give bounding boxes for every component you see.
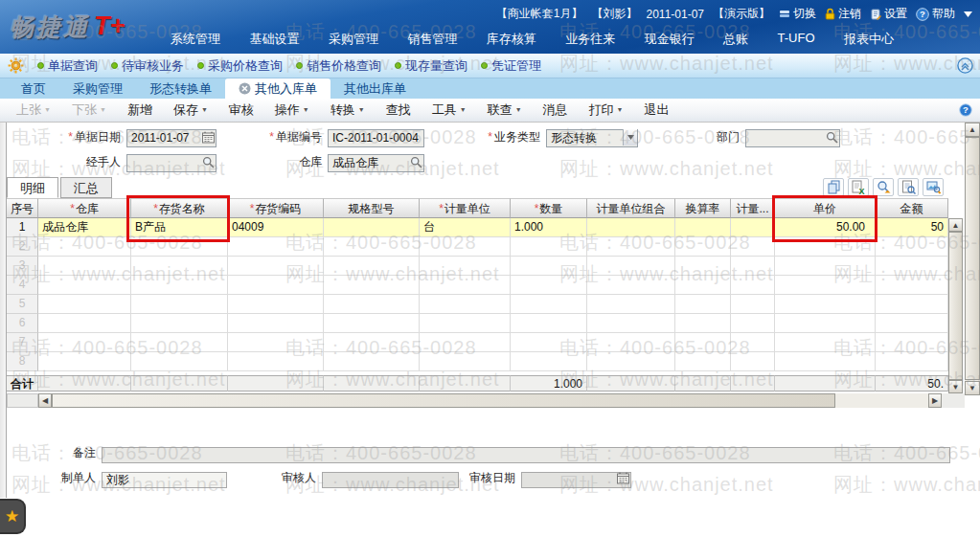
grid-cell[interactable] <box>228 333 324 352</box>
main-menu-item[interactable]: 系统管理 <box>171 31 220 48</box>
grid-cell[interactable] <box>731 257 775 276</box>
grid-cell[interactable] <box>228 314 324 333</box>
grid-cell[interactable] <box>511 333 587 352</box>
grid-cell[interactable] <box>675 237 731 257</box>
grid-cell[interactable] <box>228 257 324 276</box>
grid-toolbar-batch-lookup-icon[interactable] <box>873 178 894 196</box>
toolbar-button-审核[interactable]: 审核 <box>218 101 264 119</box>
grid-cell[interactable] <box>131 295 228 314</box>
grid-cell[interactable] <box>731 295 775 314</box>
grid-column-header-存货名称[interactable]: *存货名称 <box>131 198 228 218</box>
toolbar-button-联查[interactable]: 联查▼ <box>477 101 533 119</box>
grid-cell[interactable] <box>587 276 675 295</box>
grid-cell[interactable] <box>420 295 511 314</box>
grid-cell[interactable] <box>420 352 511 371</box>
grid-cell[interactable] <box>420 237 511 257</box>
scroll-thumb[interactable] <box>52 393 835 408</box>
grid-cell[interactable]: 50 <box>876 218 948 237</box>
grid-cell[interactable] <box>775 314 876 333</box>
header-action-设置[interactable]: 设置 <box>870 6 907 22</box>
scroll-left-button[interactable]: ◀ <box>38 393 52 408</box>
toolbar-button-工具[interactable]: 工具▼ <box>422 101 477 119</box>
toolbar-button-保存[interactable]: 保存▼ <box>163 101 218 119</box>
table-row[interactable]: 6 <box>7 314 965 333</box>
quick-link[interactable]: 现存量查询 <box>395 57 467 75</box>
grid-cell[interactable] <box>38 333 131 352</box>
doc-no-input[interactable] <box>328 129 424 147</box>
calendar-icon[interactable] <box>617 472 629 484</box>
row-number-cell[interactable]: 2 <box>7 237 38 257</box>
grid-vertical-scrollbar[interactable]: ▲ ▼ <box>948 218 963 393</box>
grid-cell[interactable] <box>876 295 948 314</box>
grid-cell[interactable] <box>38 352 131 371</box>
grid-cell[interactable]: 04009 <box>228 218 324 237</box>
grid-cell[interactable] <box>876 314 948 333</box>
grid-cell[interactable] <box>511 276 587 295</box>
table-row[interactable]: 2 <box>7 237 965 257</box>
grid-toolbar-document-preview-icon[interactable] <box>898 178 919 196</box>
grid-cell[interactable]: 成品仓库 <box>38 218 131 237</box>
table-row[interactable]: 4 <box>7 276 965 295</box>
main-menu-item[interactable]: 库存核算 <box>487 31 536 48</box>
grid-cell[interactable] <box>731 276 775 295</box>
grid-cell[interactable] <box>131 352 228 371</box>
search-icon[interactable] <box>826 131 838 144</box>
main-menu-item[interactable]: T-UFO <box>778 31 815 48</box>
quick-link[interactable]: 凭证管理 <box>481 57 541 75</box>
header-action-caret[interactable] <box>964 11 972 17</box>
grid-column-header-仓库[interactable]: *仓库 <box>38 198 131 218</box>
scroll-up-button[interactable]: ▲ <box>948 218 963 232</box>
scroll-track[interactable] <box>835 393 928 408</box>
grid-cell[interactable] <box>228 237 324 257</box>
grid-cell[interactable] <box>876 237 948 257</box>
main-menu-item[interactable]: 销售管理 <box>407 31 457 48</box>
grid-cell[interactable] <box>775 295 876 314</box>
tab-其他入库单[interactable]: 其他入库单 <box>225 78 330 99</box>
grid-cell[interactable] <box>324 333 420 352</box>
main-menu-item[interactable]: 采购管理 <box>329 31 378 48</box>
grid-cell[interactable] <box>731 237 775 257</box>
page-vertical-scrollbar[interactable]: ▲ ▼ <box>965 123 980 395</box>
grid-cell[interactable] <box>511 352 587 371</box>
header-action-帮助[interactable]: ?帮助 <box>916 6 955 22</box>
scroll-down-button[interactable]: ▼ <box>965 381 980 395</box>
grid-cell[interactable] <box>511 237 587 257</box>
grid-column-header-规格型号[interactable]: 规格型号 <box>324 198 420 218</box>
row-number-cell[interactable]: 3 <box>7 257 38 276</box>
grid-cell[interactable]: 台 <box>420 218 511 237</box>
grid-cell[interactable] <box>38 237 131 257</box>
grid-cell[interactable] <box>731 352 775 371</box>
tab-采购管理[interactable]: 采购管理 <box>59 78 136 99</box>
grid-cell[interactable] <box>675 352 731 371</box>
header-action-切换[interactable]: 切换 <box>779 6 816 22</box>
quick-link[interactable]: 销售价格查询 <box>296 57 381 75</box>
grid-cell[interactable] <box>38 257 131 276</box>
table-row[interactable]: 1成品仓库B产品04009台1.00050.0050 <box>7 218 965 237</box>
grid-cell[interactable] <box>324 314 420 333</box>
grid-cell[interactable] <box>587 218 675 237</box>
main-menu-item[interactable]: 业务往来 <box>565 31 615 48</box>
tab-形态转换单[interactable]: 形态转换单 <box>136 78 225 99</box>
grid-column-header-计量单位[interactable]: *计量单位 <box>420 198 511 218</box>
scroll-thumb[interactable] <box>965 137 980 380</box>
tab-close-icon[interactable] <box>239 82 251 95</box>
grid-column-header-计量...[interactable]: 计量... <box>731 198 775 218</box>
toolbar-button-消息[interactable]: 消息 <box>533 101 579 119</box>
grid-cell[interactable] <box>775 237 876 257</box>
grid-cell[interactable] <box>775 276 876 295</box>
grid-cell[interactable] <box>587 257 675 276</box>
row-number-cell[interactable]: 4 <box>7 276 38 295</box>
grid-cell[interactable] <box>675 314 731 333</box>
grid-cell[interactable] <box>420 333 511 352</box>
grid-cell[interactable] <box>731 218 775 237</box>
grid-cell[interactable] <box>324 276 420 295</box>
grid-cell[interactable] <box>876 257 948 276</box>
grid-cell[interactable] <box>731 333 775 352</box>
grid-cell[interactable] <box>587 314 675 333</box>
toolbar-button-退出[interactable]: 退出 <box>634 101 680 119</box>
grid-cell[interactable] <box>324 257 420 276</box>
grid-cell[interactable] <box>675 218 731 237</box>
row-number-cell[interactable]: 7 <box>7 333 38 352</box>
grid-cell[interactable]: 50.00 <box>775 218 876 237</box>
grid-cell[interactable] <box>228 295 324 314</box>
